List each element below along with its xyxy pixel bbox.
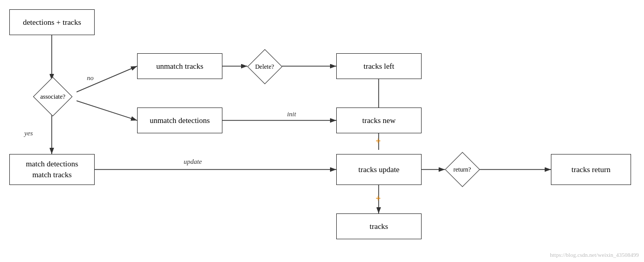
unmatch-detections-box: unmatch detections	[137, 107, 222, 133]
label-yes: yes	[24, 129, 33, 137]
tracks-new-box: tracks new	[336, 107, 422, 133]
match-detections-box: match detections match tracks	[9, 154, 95, 185]
plus-sign-1: +	[376, 136, 381, 147]
detections-tracks-box: detections + tracks	[9, 9, 95, 35]
associate-diamond: associate?	[29, 79, 76, 115]
return-diamond: return?	[443, 154, 482, 185]
svg-line-2	[77, 66, 137, 92]
label-update: update	[184, 158, 202, 166]
tracks-return-box: tracks return	[551, 154, 631, 185]
watermark: https://blog.csdn.net/weixin_43508499	[550, 252, 639, 258]
svg-line-3	[77, 101, 137, 120]
plus-sign-2: +	[376, 193, 381, 204]
flowchart-container: detections + tracks unmatch tracks unmat…	[0, 0, 644, 262]
arrows-svg	[0, 0, 644, 262]
label-init: init	[287, 110, 296, 118]
unmatch-tracks-box: unmatch tracks	[137, 53, 222, 79]
tracks-box: tracks	[336, 213, 422, 239]
tracks-update-box: tracks update	[336, 154, 422, 185]
delete-diamond: Delete?	[245, 52, 284, 82]
tracks-left-box: tracks left	[336, 53, 422, 79]
label-no: no	[87, 74, 94, 82]
